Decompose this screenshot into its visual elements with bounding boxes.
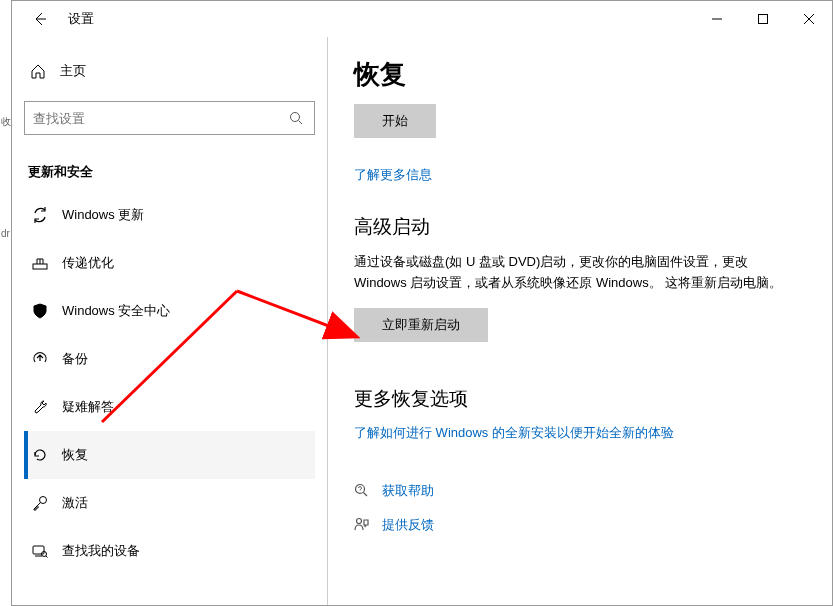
home-label: 主页 xyxy=(60,62,86,80)
close-icon xyxy=(804,14,814,24)
help-icon xyxy=(354,483,382,499)
sidebar: 主页 更新和安全 Windows 更新 传递优化 xyxy=(12,37,327,605)
sidebar-item-label: 查找我的设备 xyxy=(62,542,140,560)
maximize-icon xyxy=(758,14,768,24)
sync-icon xyxy=(32,207,62,223)
feedback-row[interactable]: 提供反馈 xyxy=(354,516,806,534)
svg-line-14 xyxy=(364,492,368,496)
sidebar-item-label: 备份 xyxy=(62,350,88,368)
advanced-startup-title: 高级启动 xyxy=(354,214,806,240)
svg-line-12 xyxy=(46,556,48,558)
svg-rect-7 xyxy=(33,264,47,269)
more-options-title: 更多恢复选项 xyxy=(354,386,806,412)
window-body: 主页 更新和安全 Windows 更新 传递优化 xyxy=(12,37,832,605)
back-arrow-icon xyxy=(32,11,48,27)
sidebar-section-header: 更新和安全 xyxy=(24,163,315,181)
sidebar-item-backup[interactable]: 备份 xyxy=(24,335,315,383)
search-input[interactable] xyxy=(33,111,286,126)
svg-point-8 xyxy=(40,497,47,504)
minimize-icon xyxy=(712,14,722,24)
restart-now-button[interactable]: 立即重新启动 xyxy=(354,308,488,342)
sidebar-item-label: Windows 安全中心 xyxy=(62,302,170,320)
svg-point-15 xyxy=(357,518,362,523)
sidebar-item-label: 疑难解答 xyxy=(62,398,114,416)
sidebar-item-windows-update[interactable]: Windows 更新 xyxy=(24,191,315,239)
edge-char: dr xyxy=(1,228,10,239)
svg-line-6 xyxy=(299,121,303,125)
sidebar-item-troubleshoot[interactable]: 疑难解答 xyxy=(24,383,315,431)
content-area: 恢复 开始 了解更多信息 高级启动 通过设备或磁盘(如 U 盘或 DVD)启动，… xyxy=(327,37,832,605)
backup-icon xyxy=(32,351,62,367)
key-icon xyxy=(32,495,62,511)
titlebar: 设置 xyxy=(12,1,832,37)
close-button[interactable] xyxy=(786,1,832,37)
sidebar-item-activation[interactable]: 激活 xyxy=(24,479,315,527)
sidebar-item-security[interactable]: Windows 安全中心 xyxy=(24,287,315,335)
sidebar-item-label: 恢复 xyxy=(62,446,88,464)
home-link[interactable]: 主页 xyxy=(24,51,315,91)
sidebar-item-label: Windows 更新 xyxy=(62,206,144,224)
fresh-install-link[interactable]: 了解如何进行 Windows 的全新安装以便开始全新的体验 xyxy=(354,424,674,442)
window-controls xyxy=(694,1,832,37)
window-title: 设置 xyxy=(68,10,94,28)
svg-rect-2 xyxy=(759,15,768,24)
delivery-icon xyxy=(32,255,62,271)
sidebar-item-label: 传递优化 xyxy=(62,254,114,272)
footer-links: 获取帮助 提供反馈 xyxy=(354,482,806,534)
sidebar-item-recovery[interactable]: 恢复 xyxy=(24,431,315,479)
get-help-link[interactable]: 获取帮助 xyxy=(382,482,434,500)
edge-char: 收 xyxy=(1,115,11,129)
minimize-button[interactable] xyxy=(694,1,740,37)
home-icon xyxy=(30,63,58,79)
page-title: 恢复 xyxy=(354,57,806,92)
background-strip: 收 dr xyxy=(0,0,11,606)
advanced-startup-desc: 通过设备或磁盘(如 U 盘或 DVD)启动，更改你的电脑固件设置，更改 Wind… xyxy=(354,252,794,294)
learn-more-link[interactable]: 了解更多信息 xyxy=(354,166,432,184)
start-button[interactable]: 开始 xyxy=(354,104,436,138)
settings-window: 设置 主页 xyxy=(11,0,833,606)
svg-point-5 xyxy=(291,113,300,122)
recovery-icon xyxy=(32,447,62,463)
get-help-row[interactable]: 获取帮助 xyxy=(354,482,806,500)
sidebar-item-delivery[interactable]: 传递优化 xyxy=(24,239,315,287)
sidebar-item-find-device[interactable]: 查找我的设备 xyxy=(24,527,315,575)
search-box[interactable] xyxy=(24,101,315,135)
feedback-icon xyxy=(354,517,382,533)
sidebar-item-label: 激活 xyxy=(62,494,88,512)
find-icon xyxy=(32,543,62,559)
back-button[interactable] xyxy=(20,1,60,37)
shield-icon xyxy=(32,303,62,319)
search-icon xyxy=(286,111,306,125)
maximize-button[interactable] xyxy=(740,1,786,37)
wrench-icon xyxy=(32,399,62,415)
feedback-link[interactable]: 提供反馈 xyxy=(382,516,434,534)
